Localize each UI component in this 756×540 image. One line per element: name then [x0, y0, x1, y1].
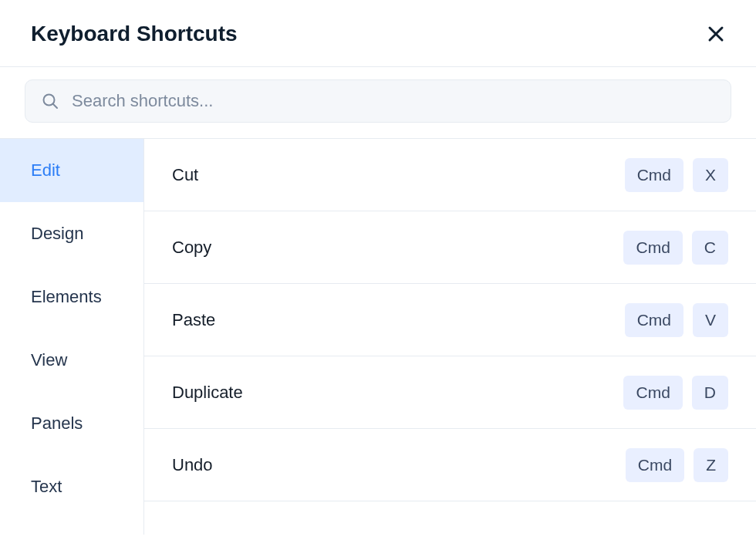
shortcut-row: Duplicate Cmd D [144, 356, 756, 429]
search-box[interactable] [25, 79, 731, 123]
close-button[interactable] [707, 25, 725, 43]
shortcut-row: Undo Cmd Z [144, 429, 756, 501]
shortcut-row: Copy Cmd C [144, 211, 756, 284]
tab-label: Elements [31, 287, 102, 307]
tab-elements[interactable]: Elements [0, 265, 143, 329]
shortcut-row: Paste Cmd V [144, 284, 756, 356]
dialog-title: Keyboard Shortcuts [31, 22, 238, 46]
shortcut-keys: Cmd D [623, 376, 728, 410]
tab-panels[interactable]: Panels [0, 392, 143, 455]
tab-label: Design [31, 224, 83, 244]
key: Cmd [623, 376, 682, 410]
tab-label: Panels [31, 413, 83, 434]
tab-label: Text [31, 477, 62, 497]
shortcut-row: Cut Cmd X [144, 139, 756, 211]
key: X [693, 158, 728, 192]
shortcut-label: Cut [172, 165, 198, 185]
category-sidebar: Edit Design Elements View Panels Text [0, 139, 143, 535]
shortcut-keys: Cmd Z [626, 448, 728, 482]
tab-label: View [31, 350, 67, 370]
close-icon [707, 25, 725, 43]
shortcut-label: Paste [172, 310, 215, 330]
key: V [693, 303, 728, 337]
dialog-body: Edit Design Elements View Panels Text Cu… [0, 138, 756, 535]
shortcut-keys: Cmd X [625, 158, 728, 192]
key: C [692, 231, 728, 265]
dialog-header: Keyboard Shortcuts [0, 0, 756, 66]
key: Cmd [623, 231, 682, 265]
shortcut-label: Undo [172, 455, 213, 475]
shortcuts-list: Cut Cmd X Copy Cmd C Paste Cmd V Duplica… [143, 139, 756, 535]
svg-line-3 [53, 104, 58, 109]
tab-design[interactable]: Design [0, 202, 143, 265]
tab-view[interactable]: View [0, 329, 143, 392]
search-container [0, 67, 756, 138]
shortcut-label: Duplicate [172, 383, 243, 403]
tab-label: Edit [31, 160, 60, 181]
key: Cmd [626, 448, 684, 482]
search-input[interactable] [72, 91, 715, 111]
key: Cmd [625, 158, 683, 192]
key: Z [694, 448, 728, 482]
key: D [692, 376, 728, 410]
shortcut-keys: Cmd C [623, 231, 728, 265]
shortcut-label: Copy [172, 238, 211, 258]
tab-edit[interactable]: Edit [0, 139, 143, 202]
search-icon [41, 92, 59, 110]
key: Cmd [625, 303, 683, 337]
shortcut-keys: Cmd V [625, 303, 728, 337]
tab-text[interactable]: Text [0, 455, 143, 518]
